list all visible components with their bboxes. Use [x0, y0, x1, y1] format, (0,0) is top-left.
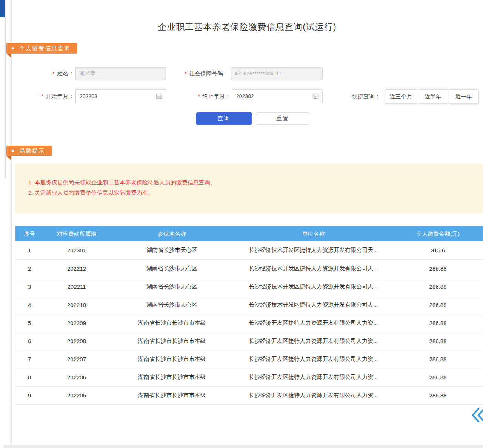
payment-records-table: 序号对应费款所属期参保地名称单位名称个人缴费金额(元) 1202301湖南省长沙… [15, 226, 483, 405]
table-cell: 286.88 [393, 368, 483, 386]
table-row: 2202212湖南省长沙市天心区长沙经济技术开发区捷特人力资源开发有限公司天..… [15, 259, 483, 278]
table-cell: 286.88 [393, 350, 483, 368]
quick-btn-3-months[interactable]: 近三个月 [385, 89, 417, 104]
section-badge-label: 个人缴费信息查询 [19, 45, 71, 52]
content-left-border [11, 0, 12, 448]
table-cell: 湖南省长沙市天心区 [110, 296, 234, 314]
table-cell: 6 [15, 332, 44, 350]
collapse-double-chevron-icon[interactable] [471, 407, 483, 423]
start-month-field [75, 89, 166, 103]
ssn-input[interactable] [231, 67, 323, 80]
table-cell: 5 [15, 314, 44, 332]
quick-btn-one-year[interactable]: 近一年 [449, 89, 478, 104]
table-cell: 长沙经济技术开发区捷特人力资源开发有限公司天... [234, 241, 393, 259]
bullet-icon [12, 47, 14, 49]
table-cell: 2 [15, 259, 44, 278]
table-cell: 286.88 [393, 259, 483, 278]
table-cell: 315.6 [393, 241, 483, 259]
table-cell: 长沙经济技术开发区捷特人力资源开发有限公司天... [234, 259, 393, 278]
table-row: 5202209湖南省长沙市长沙市市本级长沙经济开发区捷特人力资源开发有限公司人力… [15, 314, 483, 332]
table-cell: 湖南省长沙市天心区 [110, 259, 234, 278]
end-month-input[interactable] [232, 89, 323, 103]
calendar-icon[interactable] [156, 93, 162, 99]
bullet-icon [12, 150, 14, 152]
table-row: 7202207湖南省长沙市长沙市市本级长沙经济开发区捷特人力资源开发有限公司人力… [15, 350, 483, 368]
table-cell: 湖南省长沙市长沙市市本级 [110, 350, 234, 368]
left-corner-tab [0, 0, 5, 17]
table-cell: 286.88 [393, 278, 483, 296]
quick-query-label: 快捷查询： [352, 89, 380, 104]
tips-line: 2. 灵活就业人员的缴费单位信息以实际缴费为准。 [28, 187, 475, 198]
table-cell: 202206 [44, 368, 110, 386]
end-month-field [232, 89, 323, 103]
table-cell: 202301 [44, 241, 110, 259]
table-cell: 202207 [44, 350, 110, 368]
table-body: 1202301湖南省长沙市天心区长沙经济技术开发区捷特人力资源开发有限公司天..… [15, 241, 483, 404]
table-cell: 202209 [44, 314, 110, 332]
bottom-scroll-strip [3, 445, 483, 448]
section-badge-label: 温馨提示 [19, 147, 45, 155]
table-row: 8202206湖南省长沙市长沙市市本级长沙经济开发区捷特人力资源开发有限公司人力… [15, 368, 483, 386]
column-header: 单位名称 [234, 226, 393, 241]
table-row: 4202210湖南省长沙市天心区长沙经济技术开发区捷特人力资源开发有限公司天..… [15, 296, 483, 314]
column-header: 个人缴费金额(元) [393, 226, 483, 241]
table-cell: 9 [15, 386, 44, 404]
column-header: 对应费款所属期 [44, 226, 110, 241]
table-cell: 202205 [44, 386, 110, 404]
start-month-label: * 开始年月： [30, 90, 74, 103]
column-header: 序号 [15, 226, 44, 241]
table-cell: 202210 [44, 296, 110, 314]
table-cell: 长沙经济开发区捷特人力资源开发有限公司人力资... [234, 332, 393, 350]
table-cell: 1 [15, 241, 44, 259]
table-cell: 202208 [44, 332, 110, 350]
page-title: 企业职工基本养老保险缴费信息查询(试运行) [11, 21, 483, 33]
table-cell: 长沙经济开发区捷特人力资源开发有限公司人力资... [234, 368, 393, 386]
section-badge-tips: 温馨提示 [6, 146, 52, 156]
query-button[interactable]: 查询 [196, 112, 252, 125]
ribbon-fold-icon [6, 54, 11, 58]
table-cell: 4 [15, 296, 44, 314]
reset-button[interactable]: 重置 [256, 112, 309, 125]
required-asterisk: * [42, 93, 43, 99]
table-cell: 7 [15, 350, 44, 368]
table-cell: 202212 [44, 259, 110, 278]
table-cell: 湖南省长沙市长沙市市本级 [110, 386, 234, 404]
calendar-icon[interactable] [312, 93, 319, 99]
table-cell: 湖南省长沙市长沙市市本级 [110, 314, 234, 332]
table-cell: 湖南省长沙市天心区 [110, 278, 234, 296]
table-cell: 长沙经济开发区捷特人力资源开发有限公司人力资... [234, 314, 393, 332]
table-cell: 湖南省长沙市长沙市市本级 [110, 368, 234, 386]
table-cell: 202211 [44, 278, 110, 296]
ribbon-fold-icon [6, 156, 11, 160]
section-badge-personal-query: 个人缴费信息查询 [6, 43, 77, 54]
table-row: 6202208湖南省长沙市长沙市市本级长沙经济开发区捷特人力资源开发有限公司人力… [15, 332, 483, 350]
name-label: * 姓名： [34, 67, 74, 80]
end-month-label: * 终止年月： [187, 90, 231, 103]
table-row: 3202211湖南省长沙市天心区长沙经济技术开发区捷特人力资源开发有限公司天..… [15, 278, 483, 296]
quick-btn-half-year[interactable]: 近半年 [418, 89, 448, 104]
table-cell: 8 [15, 368, 44, 386]
table-cell: 长沙经济开发区捷特人力资源开发有限公司人力资... [234, 386, 393, 404]
table-head-row: 序号对应费款所属期参保地名称单位名称个人缴费金额(元) [15, 226, 483, 241]
ssn-label: * 社会保障号码： [174, 67, 229, 80]
required-asterisk: * [198, 93, 200, 99]
left-panel-divider [5, 17, 6, 179]
table-cell: 湖南省长沙市长沙市市本级 [110, 332, 234, 350]
table-cell: 3 [15, 278, 44, 296]
table-cell: 长沙经济技术开发区捷特人力资源开发有限公司天... [234, 278, 393, 296]
table-cell: 286.88 [393, 314, 483, 332]
tips-notice-box: 1. 本服务仅提供尚未领取企业职工基本养老保险待遇人员的缴费信息查询。 2. 灵… [15, 164, 483, 214]
name-input[interactable] [75, 67, 166, 80]
required-asterisk: * [53, 71, 55, 77]
table-cell: 286.88 [393, 332, 483, 350]
pension-query-page: 企业职工基本养老保险缴费信息查询(试运行) 个人缴费信息查询 * 姓名： * 社… [0, 0, 483, 448]
column-header: 参保地名称 [110, 226, 234, 241]
table-row: 1202301湖南省长沙市天心区长沙经济技术开发区捷特人力资源开发有限公司天..… [15, 241, 483, 259]
tips-line: 1. 本服务仅提供尚未领取企业职工基本养老保险待遇人员的缴费信息查询。 [28, 177, 475, 187]
table-cell: 湖南省长沙市天心区 [110, 241, 234, 259]
table-cell: 286.88 [393, 296, 483, 314]
required-asterisk: * [185, 71, 187, 77]
table-cell: 长沙经济开发区捷特人力资源开发有限公司人力资... [234, 350, 393, 368]
start-month-input[interactable] [75, 89, 166, 103]
table-row: 9202205湖南省长沙市长沙市市本级长沙经济开发区捷特人力资源开发有限公司人力… [15, 386, 483, 404]
